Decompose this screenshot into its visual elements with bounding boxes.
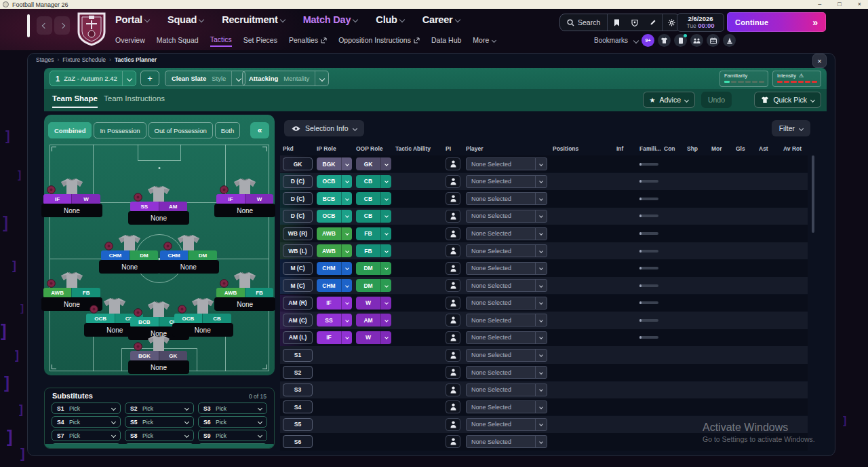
- player-select-dropdown[interactable]: None Selected: [466, 192, 547, 205]
- position-button[interactable]: WB (L): [283, 244, 313, 257]
- position-button[interactable]: AM (R): [283, 297, 313, 310]
- breadcrumb-item[interactable]: Tactics Planner: [115, 56, 157, 63]
- subnav-penalties[interactable]: Penalties: [289, 36, 327, 46]
- ip-role-dropdown[interactable]: OCB: [317, 210, 352, 223]
- table-column-header[interactable]: Mor: [709, 145, 733, 152]
- player-instructions-button[interactable]: [446, 349, 460, 362]
- player-select-dropdown[interactable]: None Selected: [466, 366, 547, 379]
- player-instructions-button[interactable]: [446, 262, 460, 275]
- bookmark-button[interactable]: [607, 14, 625, 31]
- tab-team-instructions[interactable]: Team Instructions: [104, 94, 165, 107]
- cards-button[interactable]: [674, 34, 687, 47]
- player-name-box[interactable]: None: [41, 204, 102, 217]
- forward-button[interactable]: [54, 16, 70, 35]
- table-column-header[interactable]: Gls: [733, 145, 756, 152]
- mentality-dropdown[interactable]: Attacking Mentality: [242, 71, 329, 86]
- messages-button[interactable]: 9+: [642, 34, 654, 47]
- game-date[interactable]: 2/6/2026 Tue 00:00: [677, 13, 724, 32]
- subnav-more[interactable]: More: [473, 36, 496, 46]
- kit-button[interactable]: [658, 34, 671, 47]
- calendar-button[interactable]: [707, 34, 719, 47]
- substitute-dropdown[interactable]: S5 Pick: [125, 416, 194, 428]
- club-badge[interactable]: [76, 12, 107, 47]
- pitch-view-combined[interactable]: Combined: [48, 122, 92, 138]
- position-button[interactable]: M (C): [283, 262, 313, 275]
- pitch-player-card[interactable]: IF W None: [41, 178, 102, 217]
- table-column-header[interactable]: Pkd: [280, 145, 314, 152]
- ip-role-dropdown[interactable]: CHM: [317, 279, 352, 292]
- subnav-tactics[interactable]: Tactics: [210, 35, 232, 47]
- selection-info-dropdown[interactable]: Selection Info: [284, 120, 364, 136]
- player-select-dropdown[interactable]: None Selected: [466, 331, 547, 344]
- oop-role-dropdown[interactable]: W: [356, 297, 391, 310]
- oop-role-dropdown[interactable]: CB: [356, 175, 391, 188]
- breadcrumb-item[interactable]: Fixture Schedule: [62, 56, 106, 63]
- player-select-dropdown[interactable]: None Selected: [466, 157, 547, 170]
- player-select-dropdown[interactable]: None Selected: [466, 227, 547, 240]
- subnav-overview[interactable]: Overview: [115, 36, 145, 46]
- back-button[interactable]: [37, 16, 52, 35]
- player-instructions-button[interactable]: [446, 418, 460, 431]
- notes-button[interactable]: [644, 14, 662, 31]
- oop-role-dropdown[interactable]: AM: [356, 314, 391, 326]
- ip-role-dropdown[interactable]: IF: [317, 331, 352, 344]
- ip-role-dropdown[interactable]: OCB: [317, 175, 352, 188]
- substitute-dropdown[interactable]: S4 Pick: [52, 416, 121, 428]
- player-select-dropdown[interactable]: None Selected: [466, 175, 547, 188]
- social-button[interactable]: [690, 34, 703, 47]
- player-instructions-button[interactable]: [446, 175, 460, 188]
- player-instructions-button[interactable]: [446, 279, 460, 292]
- table-column-header[interactable]: Shp: [684, 145, 709, 152]
- player-select-dropdown[interactable]: None Selected: [466, 279, 547, 292]
- player-select-dropdown[interactable]: None Selected: [466, 210, 547, 223]
- player-select-dropdown[interactable]: None Selected: [466, 400, 547, 413]
- player-select-dropdown[interactable]: None Selected: [466, 314, 547, 326]
- nav-menu-career[interactable]: Career: [422, 14, 460, 25]
- position-button[interactable]: S6: [283, 435, 313, 448]
- table-column-header[interactable]: Av Rot: [781, 145, 808, 152]
- ip-role-dropdown[interactable]: AWB: [317, 227, 352, 240]
- position-button[interactable]: D (C): [283, 192, 313, 205]
- profile-button[interactable]: [625, 14, 644, 31]
- substitute-dropdown[interactable]: S2 Pick: [125, 403, 194, 414]
- ip-role-dropdown[interactable]: IF: [317, 297, 352, 310]
- player-instructions-button[interactable]: [446, 384, 460, 396]
- position-button[interactable]: S1: [283, 349, 313, 362]
- position-button[interactable]: M (C): [283, 279, 313, 292]
- scrollbar-thumb[interactable]: [812, 155, 814, 233]
- collapse-panel-button[interactable]: «: [250, 122, 269, 138]
- pitch-player-card[interactable]: SS AM None: [128, 185, 189, 225]
- player-name-box[interactable]: None: [128, 360, 189, 374]
- pitch-player-card[interactable]: CHM DM None: [158, 234, 219, 274]
- close-panel-button[interactable]: ×: [812, 54, 827, 68]
- table-column-header[interactable]: Inf: [614, 145, 637, 152]
- advice-button[interactable]: ★ Advice: [643, 92, 695, 108]
- position-button[interactable]: S2: [283, 366, 313, 379]
- subnav-set-pieces[interactable]: Set Pieces: [243, 36, 277, 46]
- player-instructions-button[interactable]: [446, 210, 460, 223]
- substitute-dropdown[interactable]: S8 Pick: [125, 430, 194, 441]
- oop-role-dropdown[interactable]: CB: [356, 210, 391, 223]
- player-instructions-button[interactable]: [446, 157, 460, 170]
- player-instructions-button[interactable]: [446, 297, 460, 310]
- table-column-header[interactable]: OOP Role: [353, 145, 393, 152]
- player-instructions-button[interactable]: [446, 331, 460, 344]
- table-column-header[interactable]: Tactic Ability: [393, 145, 443, 152]
- table-column-header[interactable]: Positions: [550, 145, 614, 152]
- position-button[interactable]: GK: [283, 157, 313, 170]
- table-column-header[interactable]: IP Role: [314, 145, 353, 152]
- position-button[interactable]: D (C): [283, 175, 313, 188]
- player-select-dropdown[interactable]: None Selected: [466, 262, 547, 275]
- close-window-button[interactable]: ×: [858, 0, 861, 9]
- undo-button[interactable]: Undo: [701, 92, 732, 108]
- substitute-dropdown[interactable]: S3 Pick: [198, 403, 267, 414]
- position-button[interactable]: AM (C): [283, 314, 313, 326]
- player-instructions-button[interactable]: [446, 192, 460, 205]
- player-name-box[interactable]: None: [214, 204, 275, 217]
- substitute-dropdown[interactable]: S6 Pick: [198, 416, 267, 428]
- subnav-data-hub[interactable]: Data Hub: [431, 36, 461, 46]
- table-column-header[interactable]: Ast: [756, 145, 781, 152]
- ip-role-dropdown[interactable]: CHM: [317, 262, 352, 275]
- player-instructions-button[interactable]: [446, 366, 460, 379]
- oop-role-dropdown[interactable]: FB: [356, 227, 391, 240]
